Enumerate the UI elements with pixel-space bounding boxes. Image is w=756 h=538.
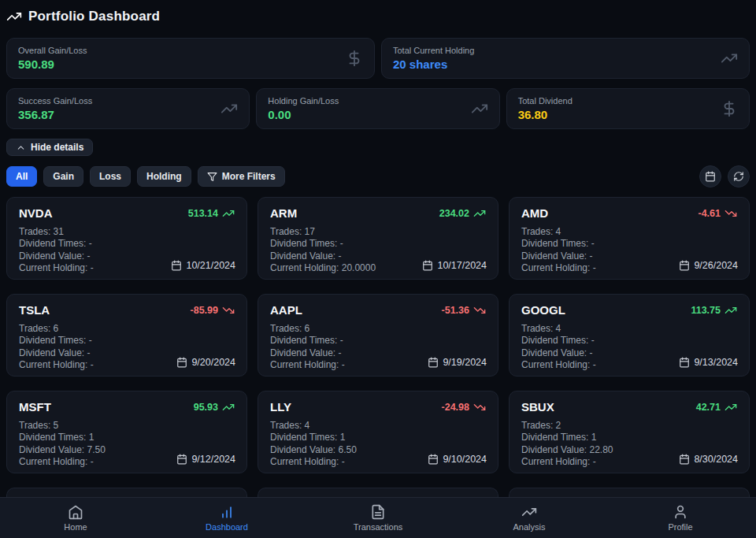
- stock-trades: Trades: 4: [270, 420, 486, 432]
- stock-card-arm[interactable]: ARM 234.02 Trades: 17 Dividend Times: - …: [258, 197, 498, 280]
- stat-value: 0.00: [268, 108, 339, 121]
- filter-chip-holding[interactable]: Holding: [137, 166, 191, 187]
- stock-date: 9/12/2024: [176, 454, 235, 465]
- stat-card-total-dividend: Total Dividend 36.80: [506, 88, 750, 129]
- stock-change: -85.99: [191, 304, 235, 317]
- calendar-icon: [679, 357, 690, 368]
- stock-date-text: 9/20/2024: [191, 357, 235, 368]
- stats-row-1: Overall Gain/Loss 590.89 Total Current H…: [6, 38, 750, 79]
- stock-card-msft[interactable]: MSFT 95.93 Trades: 5 Dividend Times: 1 D…: [6, 391, 247, 473]
- filter-toolbar: AllGainLossHolding More Filters: [6, 165, 750, 187]
- user-icon: [673, 504, 688, 520]
- stock-date-text: 9/13/2024: [694, 357, 738, 368]
- stat-value: 36.80: [518, 108, 573, 121]
- stock-trades: Trades: 4: [521, 226, 737, 238]
- stock-symbol: AMD: [521, 206, 548, 220]
- stock-date: 10/17/2024: [422, 260, 487, 271]
- stat-value: 590.89: [18, 58, 87, 71]
- stock-dividend-times: Dividend Times: 1: [521, 432, 737, 443]
- dollar-sign-icon: [721, 100, 738, 117]
- stock-symbol: SBUX: [521, 400, 554, 414]
- filter-chip-loss[interactable]: Loss: [90, 166, 131, 187]
- stock-dividend-times: Dividend Times: -: [521, 335, 737, 347]
- nav-item-analysis[interactable]: Analysis: [454, 498, 605, 538]
- stock-card-amd[interactable]: AMD -4.61 Trades: 4 Dividend Times: - Di…: [509, 197, 750, 280]
- stock-date: 9/20/2024: [176, 357, 235, 368]
- stock-date-text: 8/30/2024: [694, 454, 738, 465]
- trending-up-icon: [721, 50, 738, 67]
- more-filters-label: More Filters: [222, 171, 276, 182]
- stock-card-sbux[interactable]: SBUX 42.71 Trades: 2 Dividend Times: 1 D…: [509, 391, 750, 473]
- stock-card-lly[interactable]: LLY -24.98 Trades: 4 Dividend Times: 1 D…: [258, 391, 498, 473]
- stock-date: 9/13/2024: [679, 357, 738, 368]
- stat-label: Total Dividend: [518, 96, 573, 106]
- trending-down-icon: [473, 304, 486, 317]
- stat-label: Success Gain/Loss: [18, 96, 92, 106]
- calendar-icon: [176, 357, 187, 368]
- calendar-button[interactable]: [699, 165, 721, 187]
- refresh-button[interactable]: [728, 165, 750, 187]
- stock-change: 113.75: [691, 304, 737, 317]
- stock-trades: Trades: 31: [19, 226, 235, 238]
- stock-change-value: -51.36: [442, 305, 469, 316]
- stock-change-value: -85.99: [191, 305, 218, 316]
- stock-date-text: 10/21/2024: [186, 260, 235, 271]
- stock-date-text: 9/10/2024: [443, 454, 487, 465]
- stock-date: 9/10/2024: [428, 454, 487, 465]
- stat-label: Overall Gain/Loss: [18, 46, 87, 55]
- stock-change-value: 113.75: [691, 305, 721, 316]
- portfolio-dashboard-page: Portfolio Dashboard Overall Gain/Loss 59…: [0, 0, 756, 499]
- stock-dividend-times: Dividend Times: -: [270, 335, 486, 347]
- trending-up-icon: [222, 207, 235, 220]
- stock-symbol: TSLA: [19, 303, 50, 317]
- nav-item-label: Home: [64, 522, 87, 532]
- stock-date-text: 9/19/2024: [443, 357, 487, 368]
- stock-date-text: 10/17/2024: [437, 260, 487, 271]
- stat-card-overall-gain-loss: Overall Gain/Loss 590.89: [6, 38, 375, 79]
- nav-item-label: Transactions: [354, 522, 403, 532]
- calendar-icon: [679, 454, 690, 465]
- nav-item-transactions[interactable]: Transactions: [302, 498, 454, 538]
- nav-item-profile[interactable]: Profile: [605, 498, 756, 538]
- trending-up-icon: [724, 304, 737, 317]
- stat-card-total-current-holding: Total Current Holding 20 shares: [381, 38, 750, 79]
- stock-change-value: 513.14: [188, 208, 218, 219]
- dollar-sign-icon: [346, 50, 363, 67]
- stock-trades: Trades: 2: [521, 420, 737, 432]
- trending-up-icon: [724, 401, 737, 414]
- nav-item-dashboard[interactable]: Dashboard: [151, 498, 302, 538]
- nav-item-label: Analysis: [513, 522, 546, 532]
- nav-item-home[interactable]: Home: [0, 498, 151, 538]
- stock-card-tsla[interactable]: TSLA -85.99 Trades: 6 Dividend Times: - …: [6, 294, 247, 377]
- stat-label: Total Current Holding: [393, 46, 474, 55]
- stock-symbol: NVDA: [19, 206, 53, 220]
- stock-change-value: -4.61: [699, 208, 721, 219]
- stock-date: 8/30/2024: [679, 454, 738, 465]
- stat-value: 20 shares: [393, 58, 474, 71]
- stock-trades: Trades: 6: [270, 323, 486, 335]
- stock-dividend-times: Dividend Times: -: [19, 238, 235, 250]
- stock-symbol: GOOGL: [521, 303, 565, 317]
- stock-trades: Trades: 4: [521, 323, 737, 335]
- more-filters-button[interactable]: More Filters: [198, 166, 285, 187]
- filter-chip-all[interactable]: All: [6, 166, 37, 187]
- hide-details-button[interactable]: Hide details: [6, 139, 93, 156]
- stock-date-text: 9/12/2024: [191, 454, 235, 465]
- calendar-icon: [428, 454, 439, 465]
- stock-change-value: 234.02: [439, 208, 469, 219]
- calendar-icon: [422, 260, 433, 271]
- funnel-icon: [207, 172, 217, 182]
- stock-change: 95.93: [194, 401, 235, 414]
- stock-change: -4.61: [699, 207, 738, 220]
- stock-date: 9/26/2024: [679, 260, 738, 271]
- stock-dividend-times: Dividend Times: 1: [19, 432, 235, 443]
- stock-date: 10/21/2024: [171, 260, 235, 271]
- stock-dividend-times: Dividend Times: -: [521, 238, 737, 250]
- filter-chip-gain[interactable]: Gain: [43, 166, 83, 187]
- stock-card-googl[interactable]: GOOGL 113.75 Trades: 4 Dividend Times: -…: [509, 294, 750, 377]
- stock-card-aapl[interactable]: AAPL -51.36 Trades: 6 Dividend Times: - …: [258, 294, 498, 377]
- trend-icon: [521, 504, 537, 520]
- stock-card-nvda[interactable]: NVDA 513.14 Trades: 31 Dividend Times: -…: [6, 197, 247, 280]
- stock-dividend-times: Dividend Times: -: [19, 335, 235, 347]
- page-header: Portfolio Dashboard: [6, 6, 750, 27]
